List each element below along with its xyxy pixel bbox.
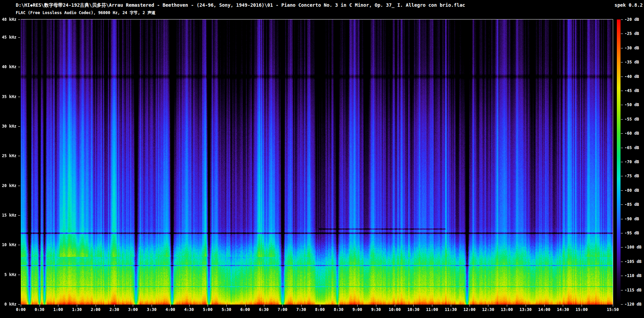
colorbar-legend [617, 19, 621, 305]
db-tick-mark [621, 105, 623, 105]
time-tick-mark [357, 305, 358, 307]
db-tick-label: -55 dB [625, 117, 639, 121]
time-tick-mark [507, 305, 507, 307]
db-tick-mark [621, 233, 623, 233]
db-tick-label: -95 dB [625, 231, 639, 235]
db-tick-label: -35 dB [625, 60, 639, 64]
db-tick-mark [621, 19, 623, 20]
freq-tick-mark [18, 245, 20, 245]
time-tick-mark [152, 305, 152, 307]
time-tick-mark [544, 305, 545, 307]
time-tick-mark [282, 305, 283, 307]
db-tick-label: -65 dB [625, 146, 639, 150]
db-tick-mark [621, 77, 623, 77]
time-tick-label: 12:30 [478, 308, 498, 312]
time-tick-label: 9:00 [347, 308, 367, 312]
app-version: spek 0.8.2 [614, 2, 643, 8]
freq-tick-label: 40 kHz [0, 65, 16, 69]
freq-tick-label: 45 kHz [0, 35, 16, 39]
spectrogram-canvas[interactable] [21, 19, 613, 305]
freq-tick-label: 0 kHz [0, 302, 16, 306]
freq-tick-label: 25 kHz [0, 154, 16, 158]
db-tick-label: -30 dB [625, 46, 639, 50]
time-tick-mark [526, 305, 526, 307]
db-tick-mark [621, 247, 623, 247]
time-tick-label: 9:30 [366, 308, 386, 312]
time-tick-mark [114, 305, 115, 307]
time-tick-mark [264, 305, 264, 307]
db-tick-mark [621, 133, 623, 134]
time-tick-label: 1:00 [48, 308, 68, 312]
time-tick-label: 3:30 [142, 308, 162, 312]
freq-tick-label: 48 kHz [0, 17, 16, 21]
freq-tick-mark [18, 186, 20, 186]
db-tick-label: -50 dB [625, 103, 639, 107]
time-tick-mark [613, 305, 613, 307]
freq-tick-mark [18, 97, 20, 97]
time-tick-label: 8:00 [310, 308, 330, 312]
db-tick-label: -115 dB [625, 288, 642, 292]
time-tick-label: 2:30 [104, 308, 124, 312]
db-tick-label: -45 dB [625, 89, 639, 93]
time-tick-label: 0:00 [11, 308, 31, 312]
db-tick-label: -85 dB [625, 202, 639, 207]
time-tick-mark [339, 305, 339, 307]
db-tick-mark [621, 176, 623, 176]
time-tick-label: 6:00 [235, 308, 255, 312]
db-tick-mark [621, 205, 623, 205]
time-tick-mark [320, 305, 320, 307]
time-tick-mark [301, 305, 302, 307]
plot-border-right [613, 19, 613, 305]
app-window: D:\HI◆RES\数字母带24-192古典\贝多芬\Arrau Remaste… [0, 0, 644, 318]
time-tick-label: 7:00 [272, 308, 292, 312]
time-tick-mark [58, 305, 58, 307]
time-tick-label: 14:30 [553, 308, 573, 312]
time-tick-mark [189, 305, 190, 307]
freq-tick-mark [18, 126, 20, 127]
time-tick-mark [582, 305, 582, 307]
time-tick-mark [432, 305, 432, 307]
time-tick-label: 7:30 [291, 308, 311, 312]
time-tick-mark [413, 305, 414, 307]
time-tick-label: 5:30 [216, 308, 236, 312]
db-tick-mark [621, 91, 623, 91]
freq-tick-mark [18, 67, 20, 67]
time-tick-mark [395, 305, 395, 307]
db-tick-mark [621, 304, 623, 305]
db-tick-label: -20 dB [625, 17, 639, 21]
db-tick-mark [621, 162, 623, 162]
time-tick-mark [451, 305, 451, 307]
time-tick-mark [170, 305, 171, 307]
db-tick-mark [621, 276, 623, 276]
time-tick-mark [208, 305, 208, 307]
time-tick-label: 12:00 [460, 308, 480, 312]
db-tick-mark [621, 48, 623, 48]
db-tick-label: -80 dB [625, 188, 639, 192]
db-tick-label: -110 dB [625, 274, 642, 278]
time-tick-label: 5:00 [198, 308, 218, 312]
db-tick-mark [621, 119, 623, 120]
time-tick-mark [133, 305, 133, 307]
freq-tick-label: 35 kHz [0, 95, 16, 99]
db-tick-label: -90 dB [625, 217, 639, 221]
db-tick-mark [621, 219, 623, 219]
time-tick-label: 0:30 [30, 308, 50, 312]
db-tick-label: -70 dB [625, 160, 639, 164]
db-tick-label: -60 dB [625, 131, 639, 135]
time-tick-label: 14:00 [534, 308, 554, 312]
time-tick-label: 15:50 [603, 308, 623, 312]
time-tick-label: 2:00 [86, 308, 106, 312]
time-tick-label: 11:00 [422, 308, 442, 312]
time-tick-mark [563, 305, 563, 307]
time-tick-label: 10:00 [385, 308, 405, 312]
time-tick-label: 8:30 [329, 308, 349, 312]
file-path-title: D:\HI◆RES\数字母带24-192古典\贝多芬\Arrau Remaste… [16, 2, 465, 8]
db-tick-label: -120 dB [625, 302, 642, 306]
time-tick-label: 3:00 [123, 308, 143, 312]
db-tick-mark [621, 62, 623, 62]
time-tick-mark [77, 305, 77, 307]
time-tick-label: 13:00 [497, 308, 517, 312]
plot-border-top [21, 19, 613, 19]
time-tick-label: 10:30 [403, 308, 423, 312]
freq-tick-mark [18, 215, 20, 216]
